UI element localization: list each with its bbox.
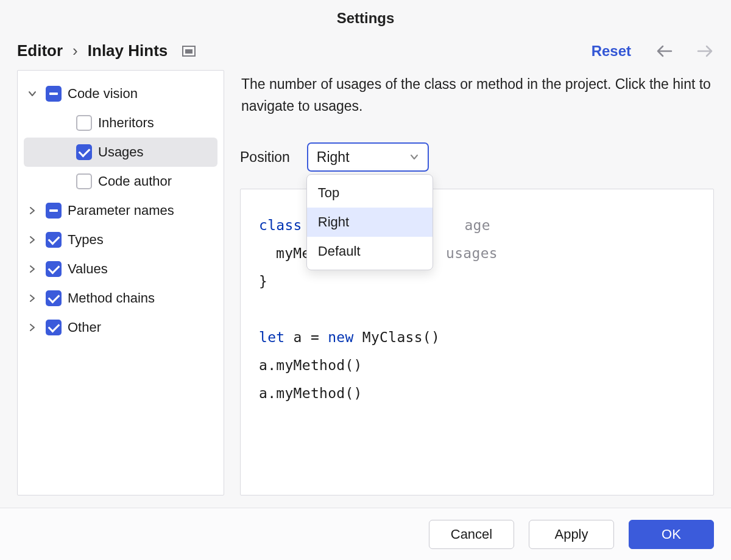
- checkbox-mixed[interactable]: [46, 86, 62, 102]
- tree-label: Method chains: [68, 290, 155, 306]
- forward-button[interactable]: [697, 45, 714, 57]
- checkbox-checked[interactable]: [46, 232, 62, 248]
- inlay-hint[interactable]: age: [464, 217, 490, 233]
- svg-rect-1: [185, 49, 192, 54]
- chevron-down-icon[interactable]: [25, 86, 40, 101]
- position-dropdown[interactable]: Top Right Default: [306, 174, 433, 270]
- position-selected-value: Right: [317, 149, 350, 166]
- chevron-right-icon[interactable]: [25, 320, 40, 335]
- tree-label: Code vision: [68, 86, 138, 102]
- dialog-button-bar: Cancel Apply OK: [0, 508, 731, 560]
- checkbox-unchecked[interactable]: [76, 173, 92, 189]
- checkbox-unchecked[interactable]: [76, 115, 92, 131]
- code-text: a.myMethod(): [259, 385, 362, 401]
- code-line: let a = new MyClass(): [259, 323, 695, 351]
- tree-item-inheritors[interactable]: Inheritors: [24, 108, 217, 138]
- code-line: a.myMethod(): [259, 351, 695, 379]
- code-text: }: [259, 273, 267, 289]
- tree-item-types[interactable]: Types: [18, 225, 224, 254]
- tree-label: Usages: [98, 144, 144, 160]
- settings-dialog: Settings Editor › Inlay Hints Reset: [0, 0, 731, 560]
- back-button[interactable]: [655, 45, 673, 57]
- tree-label: Inheritors: [98, 115, 154, 131]
- header-right: Reset: [592, 43, 714, 60]
- ok-button[interactable]: OK: [629, 520, 714, 549]
- tree-item-other[interactable]: Other: [18, 313, 224, 342]
- code-text: a =: [284, 329, 328, 345]
- tree-label: Values: [68, 261, 108, 277]
- position-label: Position: [240, 149, 290, 166]
- content: Code vision Inheritors Usages Code autho…: [0, 70, 731, 508]
- tree-item-parameter-names[interactable]: Parameter names: [18, 196, 224, 225]
- chevron-down-icon: [409, 149, 419, 166]
- code-text: MyClass(): [354, 329, 440, 345]
- tree-item-code-author[interactable]: Code author: [24, 167, 217, 196]
- dropdown-option-top[interactable]: Top: [307, 178, 433, 208]
- tree-label: Types: [68, 232, 104, 248]
- dialog-title: Settings: [0, 0, 731, 34]
- tree-item-method-chains[interactable]: Method chains: [18, 284, 224, 313]
- description-text: The number of usages of the class or met…: [240, 70, 714, 121]
- checkbox-checked[interactable]: [46, 261, 62, 277]
- breadcrumb-current: Inlay Hints: [88, 41, 168, 60]
- header-row: Editor › Inlay Hints Reset: [0, 34, 731, 70]
- chevron-right-icon[interactable]: [25, 291, 40, 306]
- keyword: new: [328, 329, 353, 345]
- breadcrumb-root[interactable]: Editor: [17, 41, 63, 60]
- cancel-button[interactable]: Cancel: [429, 520, 514, 549]
- checkbox-mixed[interactable]: [46, 203, 62, 219]
- tree-label: Other: [68, 320, 101, 335]
- checkbox-checked[interactable]: [46, 320, 62, 335]
- dropdown-option-default[interactable]: Default: [307, 237, 433, 266]
- reset-link[interactable]: Reset: [592, 43, 631, 60]
- position-field: Position Right Top Right Default: [240, 142, 714, 172]
- checkbox-checked[interactable]: [46, 290, 62, 306]
- settings-tree[interactable]: Code vision Inheritors Usages Code autho…: [17, 70, 224, 495]
- chevron-right-icon[interactable]: [25, 233, 40, 247]
- breadcrumb: Editor › Inlay Hints: [17, 41, 168, 60]
- tree-item-values[interactable]: Values: [18, 254, 224, 284]
- window-frame-icon[interactable]: [182, 46, 196, 57]
- keyword: let: [259, 329, 284, 345]
- chevron-right-icon[interactable]: [25, 203, 40, 218]
- position-select[interactable]: Right Top Right Default: [307, 142, 429, 172]
- code-line: a.myMethod(): [259, 379, 695, 407]
- tree-item-usages[interactable]: Usages: [24, 138, 217, 167]
- tree-label: Parameter names: [68, 203, 174, 219]
- breadcrumb-separator: ›: [72, 41, 78, 60]
- inlay-hint[interactable]: usages: [446, 245, 498, 261]
- apply-button[interactable]: Apply: [529, 520, 614, 549]
- chevron-right-icon[interactable]: [25, 262, 40, 276]
- code-line: }: [259, 267, 695, 295]
- dropdown-option-right[interactable]: Right: [307, 208, 433, 237]
- tree-label: Code author: [98, 173, 172, 189]
- keyword: class: [259, 217, 302, 233]
- code-text: a.myMethod(): [259, 357, 362, 373]
- checkbox-checked[interactable]: [76, 144, 92, 160]
- tree-item-code-vision[interactable]: Code vision: [18, 79, 224, 108]
- settings-detail-pane: The number of usages of the class or met…: [240, 70, 714, 495]
